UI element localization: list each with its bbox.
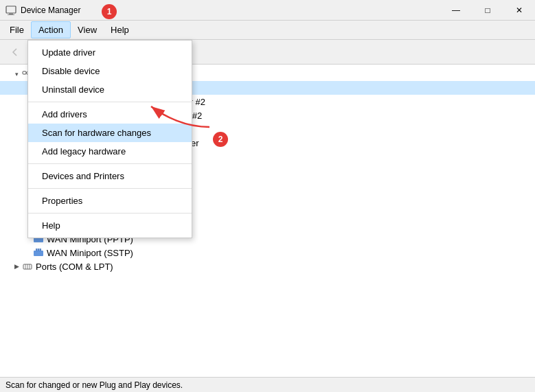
close-button[interactable]: ✕ — [503, 0, 535, 21]
svg-rect-1 — [9, 13, 13, 14]
dropdown-add-drivers[interactable]: Add drivers — [28, 105, 192, 124]
menu-action[interactable]: Action — [31, 21, 71, 38]
window-title: Device Manager — [21, 5, 80, 15]
action-dropdown-menu: Update driver Disable device Uninstall d… — [27, 40, 192, 238]
menu-help[interactable]: Help — [104, 22, 136, 38]
expand-icon: ▾ — [11, 69, 22, 80]
minimize-button[interactable]: — — [440, 0, 472, 21]
ports-icon — [22, 261, 33, 272]
list-item[interactable]: WAN Miniport (SSTP) — [0, 246, 535, 260]
svg-rect-0 — [6, 6, 16, 13]
network-adapter-icon — [33, 247, 44, 258]
dropdown-disable-device[interactable]: Disable device — [28, 62, 192, 80]
status-bar: Scan for changed or new Plug and Play de… — [0, 377, 535, 392]
separator-1 — [28, 102, 192, 102]
svg-rect-2 — [8, 14, 14, 15]
dropdown-help[interactable]: Help — [28, 216, 192, 235]
dropdown-update-driver[interactable]: Update driver — [28, 43, 192, 62]
separator-3 — [28, 188, 192, 189]
app-icon — [5, 5, 16, 16]
menu-file[interactable]: File — [3, 22, 31, 38]
dropdown-devices-printers[interactable]: Devices and Printers — [28, 167, 192, 185]
status-text: Scan for changed or new Plug and Play de… — [5, 380, 183, 390]
dropdown-add-legacy[interactable]: Add legacy hardware — [28, 142, 192, 161]
dropdown-properties[interactable]: Properties — [28, 192, 192, 210]
dropdown-scan-hardware[interactable]: Scan for hardware changes — [28, 124, 192, 142]
annotation-badge-2: 2 — [213, 132, 228, 147]
separator-2 — [28, 163, 192, 164]
menu-bar: File Action View Help — [0, 21, 535, 40]
window-controls: — □ ✕ — [440, 0, 535, 21]
expand-icon: ▶ — [11, 261, 22, 272]
dropdown-uninstall-device[interactable]: Uninstall device — [28, 80, 192, 99]
menu-view[interactable]: View — [71, 22, 104, 38]
list-item[interactable]: ▶ Ports (COM & LPT) — [0, 260, 535, 273]
separator-4 — [28, 213, 192, 214]
back-icon — [10, 47, 20, 57]
annotation-badge-1: 1 — [102, 4, 117, 19]
tree-item-label: WAN Miniport (SSTP) — [47, 248, 133, 258]
toolbar-back[interactable] — [5, 43, 25, 62]
tree-item-label: Ports (COM & LPT) — [36, 262, 113, 272]
title-bar: Device Manager — □ ✕ — [0, 0, 535, 21]
svg-rect-4 — [23, 71, 26, 74]
svg-rect-69 — [34, 251, 43, 256]
maximize-button[interactable]: □ — [472, 0, 503, 21]
